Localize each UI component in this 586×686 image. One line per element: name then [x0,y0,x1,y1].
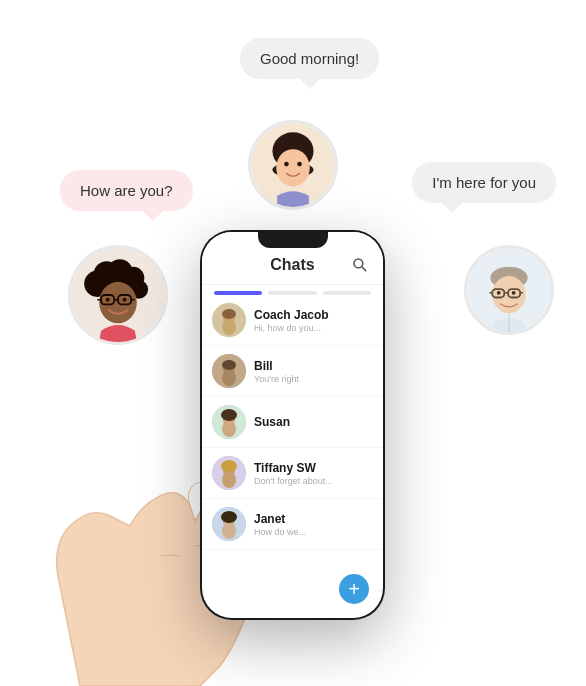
segment-3[interactable] [323,291,371,295]
search-button[interactable] [349,254,371,276]
janet-preview: How do we... [254,527,373,537]
chat-avatar-bill [212,354,246,388]
segment-bar [202,285,383,295]
coach-jacob-name: Coach Jacob [254,308,373,322]
chat-info-janet: Janet How do we... [254,512,373,537]
chat-item-susan[interactable]: Susan [202,397,383,448]
chat-item-bill[interactable]: Bill You're right [202,346,383,397]
svg-point-40 [222,360,236,370]
chat-avatar-janet [212,507,246,541]
svg-point-52 [221,511,237,523]
segment-1[interactable] [214,291,262,295]
chat-info-bill: Bill You're right [254,359,373,384]
avatar-top [248,120,338,210]
bubble-here-for-you: I'm here for you [412,162,556,203]
svg-line-32 [362,267,366,271]
bubble-how-are-you: How are you? [60,170,193,211]
chat-info-susan: Susan [254,415,373,430]
susan-name: Susan [254,415,373,429]
phone-screen: Chats [202,232,383,618]
svg-point-19 [123,298,127,302]
svg-point-48 [221,460,237,472]
chat-item-janet[interactable]: Janet How do we... [202,499,383,550]
bill-preview: You're right [254,374,373,384]
svg-point-4 [284,162,289,167]
janet-name: Janet [254,512,373,526]
avatar-right [464,245,554,335]
chat-item-coach-jacob[interactable]: Coach Jacob Hi, how do you... [202,295,383,346]
chat-info-coach-jacob: Coach Jacob Hi, how do you... [254,308,373,333]
chat-item-tiffany[interactable]: Tiffany SW Don't forget about... [202,448,383,499]
chat-list: Coach Jacob Hi, how do you... Bill You [202,295,383,550]
chat-avatar-coach-jacob [212,303,246,337]
svg-point-29 [512,291,516,295]
coach-jacob-preview: Hi, how do you... [254,323,373,333]
segment-2[interactable] [268,291,316,295]
svg-point-28 [497,291,501,295]
svg-point-5 [297,162,302,167]
bill-name: Bill [254,359,373,373]
svg-point-44 [221,409,237,421]
phone-mockup: Chats [200,230,385,620]
svg-point-36 [222,309,236,319]
svg-point-18 [106,298,110,302]
tiffany-name: Tiffany SW [254,461,373,475]
chat-avatar-tiffany [212,456,246,490]
chat-avatar-susan [212,405,246,439]
tiffany-preview: Don't forget about... [254,476,373,486]
app-title: Chats [236,256,349,274]
phone-notch [258,232,328,248]
svg-point-3 [276,149,310,186]
chat-info-tiffany: Tiffany SW Don't forget about... [254,461,373,486]
fab-button[interactable]: + [339,574,369,604]
bubble-good-morning: Good morning! [240,38,379,79]
